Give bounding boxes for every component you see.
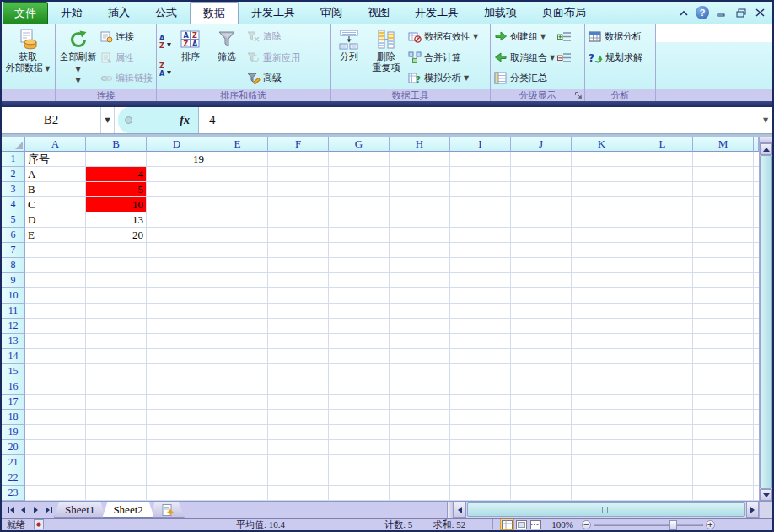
cell-G5[interactable]: [329, 212, 390, 228]
column-header-E[interactable]: E: [207, 137, 268, 152]
cell-H19[interactable]: [390, 425, 450, 440]
prev-sheet-icon[interactable]: [18, 504, 29, 516]
cell-F1[interactable]: [268, 152, 329, 167]
cell-I3[interactable]: [450, 182, 511, 197]
cell-A20[interactable]: [25, 440, 86, 455]
cell-J12[interactable]: [511, 319, 572, 334]
horizontal-scroll-thumb[interactable]: [467, 502, 745, 517]
cell-J15[interactable]: [511, 364, 572, 379]
cell-F10[interactable]: [268, 288, 329, 304]
cell-J7[interactable]: [511, 243, 572, 258]
cell-K15[interactable]: [572, 364, 632, 379]
cell-M16[interactable]: [693, 379, 754, 395]
cell-D16[interactable]: [147, 379, 207, 395]
sheet-tab-Sheet1[interactable]: Sheet1: [54, 502, 105, 518]
cell-M14[interactable]: [693, 349, 754, 364]
cell-L5[interactable]: [632, 212, 693, 228]
cell-M12[interactable]: [693, 319, 754, 334]
name-box-dropdown-icon[interactable]: ▼: [101, 107, 115, 133]
cell-L14[interactable]: [632, 349, 693, 364]
ribbon-tab-6[interactable]: 视图: [355, 2, 402, 24]
cell-G18[interactable]: [329, 410, 390, 425]
zoom-level[interactable]: 100%: [551, 519, 573, 529]
scroll-down-icon[interactable]: [760, 489, 772, 501]
cell-F3[interactable]: [268, 182, 329, 197]
cell-D1[interactable]: 19: [147, 152, 207, 167]
cell-M8[interactable]: [693, 258, 754, 273]
sort-za-button[interactable]: ZA: [159, 62, 172, 80]
cell-G11[interactable]: [329, 304, 390, 319]
cell-E23[interactable]: [207, 486, 268, 501]
cell-K5[interactable]: [572, 212, 632, 228]
cell-F4[interactable]: [268, 197, 329, 212]
row-header-19[interactable]: 19: [2, 425, 25, 440]
cell-M5[interactable]: [693, 212, 754, 228]
cell-E7[interactable]: [207, 243, 268, 258]
cell-I17[interactable]: [450, 395, 511, 410]
cell-A12[interactable]: [25, 319, 86, 334]
cell-K22[interactable]: [572, 470, 632, 486]
cell-M7[interactable]: [693, 243, 754, 258]
row-header-22[interactable]: 22: [2, 470, 25, 486]
cell-I23[interactable]: [450, 486, 511, 501]
column-header-K[interactable]: K: [572, 137, 632, 152]
vertical-scrollbar[interactable]: [759, 137, 772, 501]
cell-G13[interactable]: [329, 334, 390, 349]
ribbon-button[interactable]: 筛选: [208, 25, 245, 89]
cell-L15[interactable]: [632, 364, 693, 379]
cell-I13[interactable]: [450, 334, 511, 349]
ribbon-tab-3[interactable]: 数据: [190, 2, 239, 24]
cell-A15[interactable]: [25, 364, 86, 379]
cell-B12[interactable]: [86, 319, 147, 334]
cell-J9[interactable]: [511, 273, 572, 288]
cell-M15[interactable]: [693, 364, 754, 379]
column-header-D[interactable]: D: [147, 137, 207, 152]
cell-E4[interactable]: [207, 197, 268, 212]
cell-L12[interactable]: [632, 319, 693, 334]
column-header-G[interactable]: G: [329, 137, 390, 152]
ribbon-tab-8[interactable]: 加载项: [471, 2, 529, 24]
cell-H20[interactable]: [390, 440, 450, 455]
cell-A1[interactable]: 序号: [25, 152, 86, 167]
row-header-17[interactable]: 17: [2, 395, 25, 410]
cell-A10[interactable]: [25, 288, 86, 304]
cell-E20[interactable]: [207, 440, 268, 455]
cell-A3[interactable]: B: [25, 182, 86, 197]
column-header-H[interactable]: H: [390, 137, 450, 152]
formula-input[interactable]: 4: [199, 107, 759, 133]
cell-B1[interactable]: [86, 152, 147, 167]
restore-icon[interactable]: [734, 7, 748, 19]
ribbon-button[interactable]: AZZA排序: [173, 25, 208, 89]
cell-H13[interactable]: [390, 334, 450, 349]
cell-I4[interactable]: [450, 197, 511, 212]
cell-D12[interactable]: [147, 319, 207, 334]
cell-A22[interactable]: [25, 470, 86, 486]
row-header-14[interactable]: 14: [2, 349, 25, 364]
cell-J22[interactable]: [511, 470, 572, 486]
cell-E9[interactable]: [207, 273, 268, 288]
cell-K20[interactable]: [572, 440, 632, 455]
cell-I6[interactable]: [450, 228, 511, 243]
cell-F18[interactable]: [268, 410, 329, 425]
cell-B2[interactable]: 4: [86, 167, 147, 182]
ribbon-small-button[interactable]: 取消组合▼: [492, 47, 573, 68]
ribbon-collapse-icon[interactable]: [676, 7, 691, 19]
cell-I14[interactable]: [450, 349, 511, 364]
row-header-20[interactable]: 20: [2, 440, 25, 455]
cell-D14[interactable]: [147, 349, 207, 364]
cell-B5[interactable]: 13: [86, 212, 147, 228]
cell-J10[interactable]: [511, 288, 572, 304]
next-sheet-icon[interactable]: [30, 504, 41, 516]
cell-E17[interactable]: [207, 395, 268, 410]
zoom-out-icon[interactable]: −: [582, 520, 591, 529]
cell-D23[interactable]: [147, 486, 207, 501]
row-header-11[interactable]: 11: [2, 304, 25, 319]
cell-G12[interactable]: [329, 319, 390, 334]
cell-E22[interactable]: [207, 470, 268, 486]
cell-M4[interactable]: [693, 197, 754, 212]
cell-K11[interactable]: [572, 304, 632, 319]
cell-H2[interactable]: [390, 167, 450, 182]
cell-D10[interactable]: [147, 288, 207, 304]
cell-B9[interactable]: [86, 273, 147, 288]
cell-F21[interactable]: [268, 455, 329, 470]
